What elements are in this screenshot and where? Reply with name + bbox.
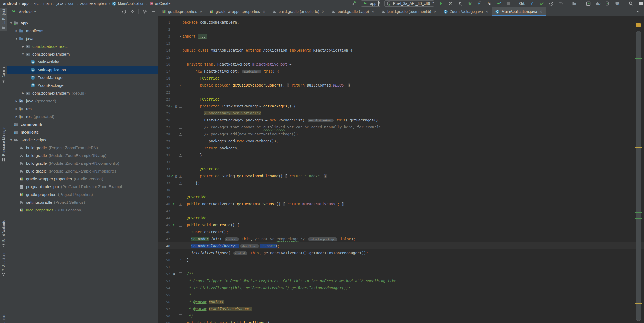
- fold-expand-icon[interactable]: +: [179, 175, 182, 178]
- fold-collapse-icon[interactable]: −: [179, 70, 182, 73]
- tree-row-proguard-rules.pro[interactable]: proguard-rules.pro(ProGuard Rules for Zo…: [7, 183, 158, 191]
- breadcrumb-item-java[interactable]: java: [57, 1, 64, 6]
- tree-row-com.facebook.react[interactable]: ▶com.facebook.react: [7, 42, 158, 50]
- code-line-48[interactable]: 48 SoLoader.loadLibrary( shortName: "zoo…: [158, 242, 644, 249]
- line-number[interactable]: 52: [158, 272, 170, 276]
- line-number[interactable]: 18: [158, 76, 170, 80]
- fold-expand-icon[interactable]: +: [179, 203, 182, 206]
- tab-ZoomPackage.java[interactable]: CZoomPackage.java✕: [440, 7, 492, 16]
- code-line-23[interactable]: 23 @Override: [158, 96, 644, 103]
- line-number[interactable]: 56: [158, 300, 170, 304]
- fold-collapse-icon[interactable]: −: [179, 105, 182, 108]
- line-number[interactable]: 46: [158, 230, 170, 234]
- breadcrumb-item-zoomexamplern[interactable]: zoomexamplern: [80, 1, 107, 6]
- line-number[interactable]: 43: [158, 209, 170, 213]
- code-line-2[interactable]: 2: [158, 26, 644, 33]
- profiler-button[interactable]: [486, 1, 492, 6]
- tree-row-build.gradle[interactable]: build.gradle(Project: ZoomExampleRN): [7, 144, 158, 152]
- code-line-34[interactable]: 34o↑@+ protected String getJSMainModuleN…: [158, 173, 644, 180]
- inspection-status-widget[interactable]: [636, 23, 641, 27]
- code-line-1[interactable]: 1package com.zoomexamplern;: [158, 19, 644, 26]
- line-number[interactable]: 37: [158, 181, 170, 185]
- tree-row-res[interactable]: ▶res: [7, 105, 158, 113]
- stripe-button-1: Project[interactable]: 1: Project: [0, 8, 7, 31]
- tree-row-Gradle Scripts[interactable]: ▼Gradle Scripts: [7, 136, 158, 144]
- partial-button[interactable]: [638, 1, 643, 6]
- git-rollback-button[interactable]: [558, 1, 564, 6]
- line-number[interactable]: 58: [158, 314, 170, 318]
- stripe-button-7: Structure[interactable]: 7: Structure: [0, 251, 7, 278]
- breadcrumb-item-app[interactable]: app: [22, 1, 29, 6]
- code-line-52[interactable]: 52≡− /**: [158, 270, 644, 277]
- fold-expand-icon[interactable]: +: [179, 35, 182, 38]
- tree-row-build.gradle[interactable]: build.gradle(Module: ZoomExampleRN.mobil…: [7, 167, 158, 175]
- tree-row-java[interactable]: ▼java: [7, 35, 158, 42]
- tree-row-com.zoomexamplern[interactable]: ▼com.zoomexamplern: [7, 50, 158, 58]
- code-line-13[interactable]: 13: [158, 40, 644, 47]
- fold-end-icon[interactable]: ^: [179, 182, 182, 185]
- code-line-14[interactable]: 14public class MainApplication extends A…: [158, 47, 644, 54]
- breadcrumb-item-onCreate[interactable]: monCreate: [149, 1, 171, 6]
- line-number[interactable]: 29: [158, 139, 170, 143]
- code-line-3[interactable]: 3+import ...: [158, 33, 644, 40]
- code-line-38[interactable]: 38: [158, 186, 644, 193]
- code-line-16[interactable]: 16 private final ReactNativeHost mReactN…: [158, 61, 644, 68]
- sdk-manager-button[interactable]: [614, 1, 620, 6]
- git-history-button[interactable]: [548, 1, 554, 6]
- breadcrumb-item-MainApplication[interactable]: CMainApplication: [112, 1, 144, 6]
- attach-debugger-button[interactable]: [477, 1, 482, 6]
- tree-row-app[interactable]: ▼app: [7, 19, 158, 27]
- line-number[interactable]: 23: [158, 97, 170, 101]
- tab-build.gradle (:app)[interactable]: build.gradle (:app)✕: [328, 7, 378, 16]
- code-line-25[interactable]: 25 /UnnecessaryLocalVariable/: [158, 110, 644, 117]
- tree-row-local.properties[interactable]: local.properties(SDK Location): [7, 206, 158, 214]
- stop-button[interactable]: [506, 1, 511, 6]
- line-number[interactable]: 26: [158, 118, 170, 122]
- code-line-31[interactable]: 31^ }: [158, 152, 644, 159]
- hide-button[interactable]: [151, 9, 156, 14]
- code-line-32[interactable]: 32: [158, 159, 644, 166]
- tab-build.gradle (:commonlib)[interactable]: build.gradle (:commonlib)✕: [378, 7, 440, 16]
- line-number[interactable]: 34: [158, 174, 170, 178]
- tab-gradle.properties[interactable]: gradle.properties✕: [158, 7, 206, 16]
- git-update-button[interactable]: [529, 1, 535, 6]
- code-editor[interactable]: 1package com.zoomexamplern;23+import ...…: [158, 16, 644, 323]
- fold-end-icon[interactable]: ^: [179, 259, 182, 261]
- tree-row-build.gradle[interactable]: build.gradle(Module: ZoomExampleRN.commo…: [7, 159, 158, 167]
- code-line-40[interactable]: 40o↑+ public ReactNativeHost getReactNat…: [158, 200, 644, 207]
- code-line-45[interactable]: 45o↑− public void onCreate() {: [158, 221, 644, 228]
- code-line-54[interactable]: 54 * initializeFlipper(this, getReactNat…: [158, 284, 644, 291]
- collapse-arrow-icon[interactable]: ▶: [14, 99, 19, 102]
- code-line-18[interactable]: 18 @Override: [158, 75, 644, 82]
- fold-end-icon[interactable]: ^: [179, 314, 182, 317]
- line-number[interactable]: 53: [158, 279, 170, 283]
- expand-arrow-icon[interactable]: ▼: [20, 53, 25, 56]
- fold-end-icon[interactable]: ^: [179, 133, 182, 136]
- code-line-28[interactable]: 28^ // packages.add(new MyReactNativePac…: [158, 131, 644, 138]
- line-number[interactable]: 19: [158, 83, 170, 87]
- line-number[interactable]: 54: [158, 286, 170, 290]
- expand-arrow-icon[interactable]: ▼: [14, 37, 19, 40]
- code-line-43[interactable]: 43: [158, 207, 644, 214]
- tab-gradle-wrapper.properties[interactable]: gradle-wrapper.properties✕: [206, 7, 269, 16]
- line-number[interactable]: 59: [158, 321, 170, 323]
- code-line-29[interactable]: 29 packages.add(new ZoomPackage());: [158, 138, 644, 145]
- collapse-all-button[interactable]: [130, 9, 135, 14]
- line-number[interactable]: 17: [158, 69, 170, 73]
- stripe-button-Commit[interactable]: Commit: [0, 64, 7, 85]
- close-icon[interactable]: ✕: [321, 10, 324, 14]
- project-view-selector[interactable]: Android: [19, 9, 33, 14]
- settings-button[interactable]: [142, 9, 147, 14]
- code-line-19[interactable]: 19o↑+ public boolean getUseDeveloperSupp…: [158, 82, 644, 89]
- code-line-58[interactable]: 58^ */: [158, 312, 644, 319]
- code-line-50[interactable]: 50^ }: [158, 256, 644, 263]
- breadcrumb-item-main[interactable]: main: [43, 1, 52, 6]
- line-number[interactable]: 32: [158, 160, 170, 164]
- tree-row-MainApplication[interactable]: CMainApplication: [7, 66, 158, 74]
- code-line-27[interactable]: 27− // Packages that cannot be autolinke…: [158, 124, 644, 131]
- code-line-56[interactable]: 56 * @param context: [158, 298, 644, 305]
- tree-row-ZoomManager[interactable]: CZoomManager: [7, 74, 158, 81]
- line-number[interactable]: 16: [158, 62, 170, 66]
- line-number[interactable]: 48: [158, 244, 170, 248]
- fold-collapse-icon[interactable]: −: [179, 224, 182, 227]
